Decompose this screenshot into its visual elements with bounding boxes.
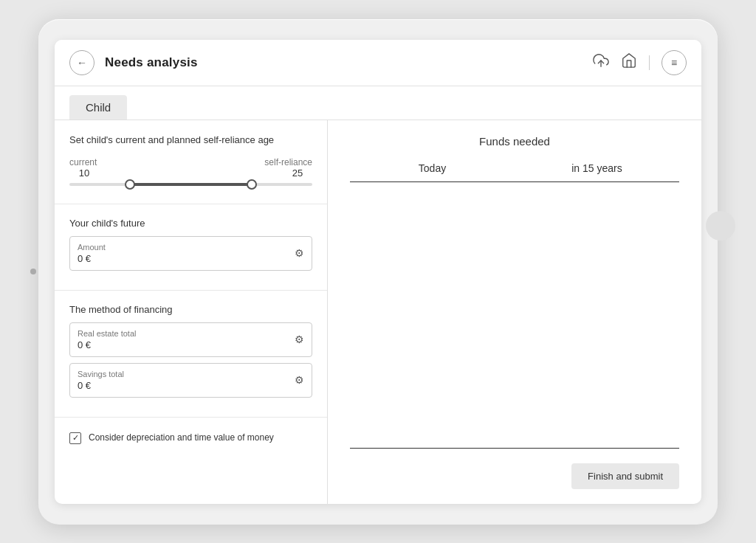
submit-button[interactable]: Finish and submit (571, 463, 679, 489)
savings-field[interactable]: Savings total 0 € ⚙ (69, 363, 312, 398)
savings-settings-icon[interactable]: ⚙ (295, 374, 304, 386)
left-side-dot (30, 269, 36, 274)
depreciation-label: Consider depreciation and time value of … (89, 431, 274, 444)
age-section: Set child's current and planned self-rel… (55, 120, 327, 204)
savings-value: 0 € (78, 380, 282, 391)
real-estate-label: Real estate total (78, 329, 282, 338)
depreciation-checkbox[interactable]: ✓ (69, 432, 81, 444)
real-estate-settings-icon[interactable]: ⚙ (295, 333, 304, 345)
financing-section: The method of financing Real estate tota… (55, 291, 327, 418)
main-content: Set child's current and planned self-rel… (55, 120, 701, 504)
menu-icon: ≡ (671, 57, 677, 69)
left-panel: Set child's current and planned self-rel… (55, 120, 328, 504)
real-estate-field[interactable]: Real estate total 0 € ⚙ (69, 322, 312, 357)
slider-fill (130, 183, 252, 186)
right-panel: Funds needed Today in 15 years Finish an… (328, 120, 701, 504)
col-today: Today (350, 162, 515, 174)
age-section-title: Set child's current and planned self-rel… (69, 134, 312, 147)
real-estate-value: 0 € (78, 339, 282, 350)
chart-area (350, 190, 679, 440)
back-button[interactable]: ← (69, 50, 94, 75)
header-right: ≡ (593, 50, 687, 75)
header-divider (649, 55, 650, 70)
savings-label: Savings total (78, 370, 282, 378)
tab-bar: Child (55, 86, 701, 120)
self-reliance-label: self-reliance (264, 157, 312, 167)
age-labels-row: current self-reliance (69, 157, 312, 167)
depreciation-row: ✓ Consider depreciation and time value o… (55, 418, 327, 457)
home-icon[interactable] (621, 52, 637, 72)
upload-icon[interactable] (593, 52, 609, 72)
bottom-divider (350, 448, 679, 449)
current-age-value: 10 (69, 167, 99, 179)
financing-section-title: The method of financing (69, 304, 312, 315)
amount-value: 0 € (78, 253, 282, 264)
submit-row: Finish and submit (350, 463, 679, 489)
future-section: Your child's future Amount 0 € ⚙ (55, 204, 327, 291)
age-values-row: 10 25 (69, 167, 312, 179)
header-left: ← Needs analysis (69, 50, 198, 75)
self-reliance-age-value: 25 (283, 167, 312, 179)
amount-field[interactable]: Amount 0 € ⚙ (69, 236, 312, 271)
age-slider[interactable] (69, 183, 312, 186)
columns-header: Today in 15 years (350, 162, 679, 182)
funds-title: Funds needed (350, 135, 679, 148)
col-in-15-years: in 15 years (515, 162, 679, 174)
right-side-dot (706, 211, 735, 241)
page-title: Needs analysis (105, 55, 198, 70)
future-section-title: Your child's future (69, 218, 312, 229)
amount-settings-icon[interactable]: ⚙ (295, 247, 304, 259)
current-label: current (69, 157, 97, 167)
tab-child[interactable]: Child (69, 95, 127, 120)
slider-thumb-right[interactable] (247, 179, 257, 190)
checkbox-check-icon: ✓ (72, 433, 79, 443)
slider-thumb-left[interactable] (125, 179, 135, 190)
back-icon: ← (77, 57, 87, 69)
amount-label: Amount (78, 243, 282, 252)
menu-button[interactable]: ≡ (662, 50, 687, 75)
app-header: ← Needs analysis (55, 40, 701, 86)
